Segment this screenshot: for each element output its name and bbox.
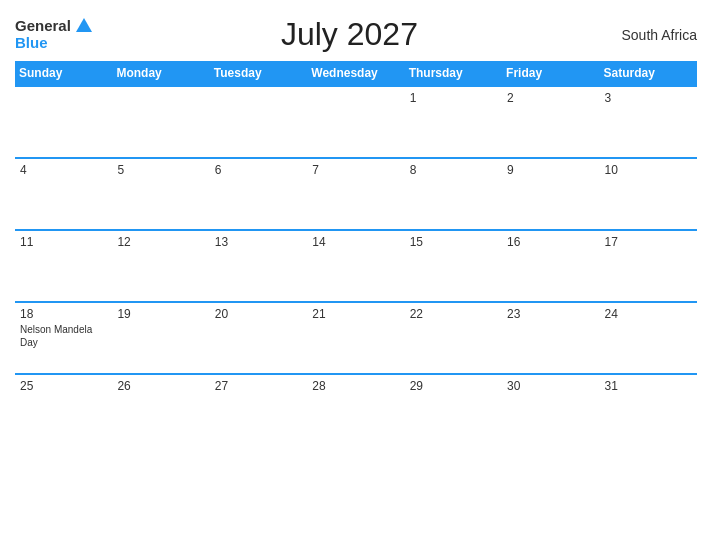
day-number: 10 xyxy=(605,163,692,177)
day-number: 13 xyxy=(215,235,302,249)
day-number: 14 xyxy=(312,235,399,249)
day-number: 29 xyxy=(410,379,497,393)
calendar-day-cell: 25 xyxy=(15,374,112,446)
calendar-day-header: Friday xyxy=(502,61,599,86)
calendar-day-cell: 12 xyxy=(112,230,209,302)
calendar-week-row: 25262728293031 xyxy=(15,374,697,446)
day-number: 12 xyxy=(117,235,204,249)
day-number: 17 xyxy=(605,235,692,249)
day-number: 4 xyxy=(20,163,107,177)
calendar-day-cell: 17 xyxy=(600,230,697,302)
calendar-day-cell: 8 xyxy=(405,158,502,230)
calendar-table: SundayMondayTuesdayWednesdayThursdayFrid… xyxy=(15,61,697,446)
day-number: 19 xyxy=(117,307,204,321)
day-number: 23 xyxy=(507,307,594,321)
calendar-day-header: Tuesday xyxy=(210,61,307,86)
logo-general-text: General xyxy=(15,18,71,35)
calendar-day-cell: 26 xyxy=(112,374,209,446)
day-number: 2 xyxy=(507,91,594,105)
day-event: Nelson Mandela Day xyxy=(20,323,107,349)
day-number: 28 xyxy=(312,379,399,393)
calendar-title: July 2027 xyxy=(92,16,607,53)
calendar-day-cell: 3 xyxy=(600,86,697,158)
day-number: 11 xyxy=(20,235,107,249)
calendar-day-cell: 10 xyxy=(600,158,697,230)
day-number: 20 xyxy=(215,307,302,321)
calendar-day-cell: 21 xyxy=(307,302,404,374)
calendar-day-cell xyxy=(15,86,112,158)
calendar-week-row: 45678910 xyxy=(15,158,697,230)
day-number: 30 xyxy=(507,379,594,393)
calendar-day-cell: 2 xyxy=(502,86,599,158)
calendar-day-cell: 13 xyxy=(210,230,307,302)
calendar-day-cell: 31 xyxy=(600,374,697,446)
calendar-header-row: SundayMondayTuesdayWednesdayThursdayFrid… xyxy=(15,61,697,86)
calendar-week-row: 123 xyxy=(15,86,697,158)
day-number: 25 xyxy=(20,379,107,393)
logo-blue-text: Blue xyxy=(15,35,48,52)
day-number: 1 xyxy=(410,91,497,105)
calendar-day-cell: 15 xyxy=(405,230,502,302)
day-number: 27 xyxy=(215,379,302,393)
day-number: 15 xyxy=(410,235,497,249)
calendar-day-cell: 19 xyxy=(112,302,209,374)
country-label: South Africa xyxy=(607,27,697,43)
day-number: 31 xyxy=(605,379,692,393)
calendar-day-header: Wednesday xyxy=(307,61,404,86)
day-number: 9 xyxy=(507,163,594,177)
day-number: 7 xyxy=(312,163,399,177)
calendar-day-cell: 23 xyxy=(502,302,599,374)
calendar-day-cell: 4 xyxy=(15,158,112,230)
calendar-day-cell: 29 xyxy=(405,374,502,446)
calendar-day-cell: 20 xyxy=(210,302,307,374)
calendar-day-cell: 9 xyxy=(502,158,599,230)
calendar-day-cell: 18Nelson Mandela Day xyxy=(15,302,112,374)
day-number: 5 xyxy=(117,163,204,177)
calendar-day-header: Saturday xyxy=(600,61,697,86)
calendar-day-cell: 28 xyxy=(307,374,404,446)
day-number: 22 xyxy=(410,307,497,321)
day-number: 21 xyxy=(312,307,399,321)
calendar-day-cell: 5 xyxy=(112,158,209,230)
calendar-day-cell: 16 xyxy=(502,230,599,302)
day-number: 24 xyxy=(605,307,692,321)
calendar-day-header: Monday xyxy=(112,61,209,86)
day-number: 6 xyxy=(215,163,302,177)
calendar-day-cell: 22 xyxy=(405,302,502,374)
calendar-day-cell: 6 xyxy=(210,158,307,230)
day-number: 18 xyxy=(20,307,107,321)
calendar-day-cell: 14 xyxy=(307,230,404,302)
calendar-day-cell: 1 xyxy=(405,86,502,158)
day-number: 16 xyxy=(507,235,594,249)
calendar-day-cell xyxy=(112,86,209,158)
calendar-day-cell: 30 xyxy=(502,374,599,446)
day-number: 8 xyxy=(410,163,497,177)
logo-triangle-icon xyxy=(76,18,92,32)
calendar-day-cell xyxy=(210,86,307,158)
calendar-day-cell xyxy=(307,86,404,158)
calendar-day-header: Sunday xyxy=(15,61,112,86)
calendar-day-cell: 24 xyxy=(600,302,697,374)
logo: General Blue xyxy=(15,18,92,51)
calendar-day-header: Thursday xyxy=(405,61,502,86)
calendar-week-row: 18Nelson Mandela Day192021222324 xyxy=(15,302,697,374)
calendar-day-cell: 11 xyxy=(15,230,112,302)
calendar-week-row: 11121314151617 xyxy=(15,230,697,302)
header: General Blue July 2027 South Africa xyxy=(15,10,697,57)
day-number: 3 xyxy=(605,91,692,105)
day-number: 26 xyxy=(117,379,204,393)
calendar-day-cell: 7 xyxy=(307,158,404,230)
calendar-day-cell: 27 xyxy=(210,374,307,446)
